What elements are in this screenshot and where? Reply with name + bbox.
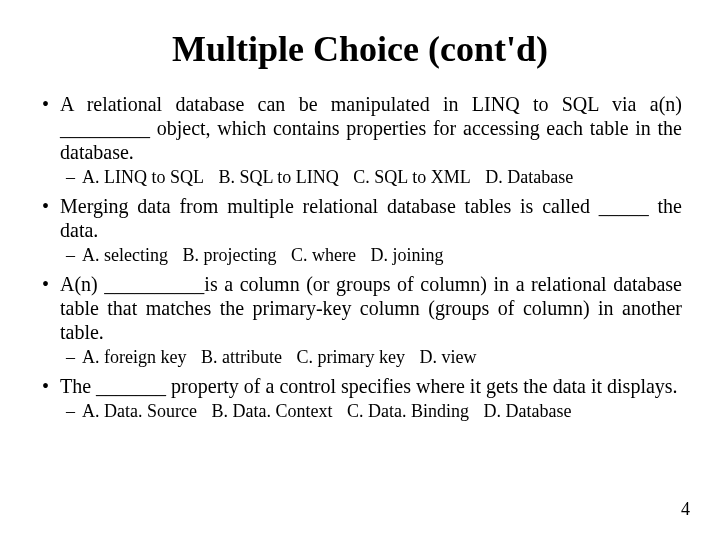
page-number: 4 [681,499,690,520]
option-c: C. where [291,245,356,265]
options-row: A. foreign key B. attribute C. primary k… [60,346,682,368]
option-d: D. joining [370,245,443,265]
slide-title: Multiple Choice (cont'd) [38,28,682,70]
option-c: C. SQL to XML [353,167,470,187]
option-b: B. Data. Context [211,401,332,421]
option-a: A. foreign key [82,347,186,367]
option-a: A. LINQ to SQL [82,167,204,187]
question-text: Merging data from multiple relational da… [60,194,682,242]
question-list: A relational database can be manipulated… [38,92,682,422]
option-a: A. Data. Source [82,401,197,421]
options: A. Data. Source B. Data. Context C. Data… [60,400,682,422]
option-b: B. attribute [201,347,282,367]
option-d: D. view [419,347,476,367]
options: A. foreign key B. attribute C. primary k… [60,346,682,368]
options-row: A. Data. Source B. Data. Context C. Data… [60,400,682,422]
option-b: B. SQL to LINQ [219,167,339,187]
question-item: Merging data from multiple relational da… [38,194,682,266]
question-item: A(n) __________is a column (or groups of… [38,272,682,368]
options-row: A. selecting B. projecting C. where D. j… [60,244,682,266]
question-item: The _______ property of a control specif… [38,374,682,422]
slide: Multiple Choice (cont'd) A relational da… [0,0,720,540]
option-d: D. Database [483,401,571,421]
options-row: A. LINQ to SQL B. SQL to LINQ C. SQL to … [60,166,682,188]
options: A. selecting B. projecting C. where D. j… [60,244,682,266]
option-b: B. projecting [182,245,276,265]
options: A. LINQ to SQL B. SQL to LINQ C. SQL to … [60,166,682,188]
option-c: C. primary key [296,347,404,367]
option-a: A. selecting [82,245,168,265]
question-text: A(n) __________is a column (or groups of… [60,272,682,344]
question-text: A relational database can be manipulated… [60,92,682,164]
option-d: D. Database [485,167,573,187]
question-item: A relational database can be manipulated… [38,92,682,188]
question-text: The _______ property of a control specif… [60,374,682,398]
option-c: C. Data. Binding [347,401,469,421]
